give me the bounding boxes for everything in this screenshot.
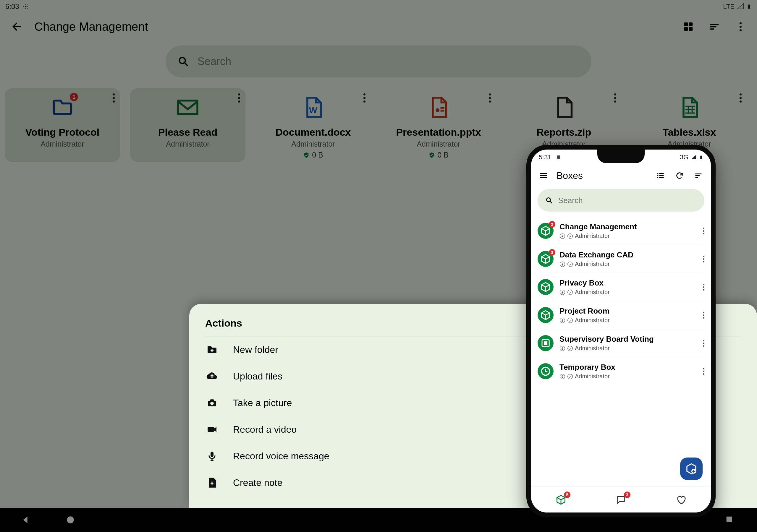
box-icon	[538, 307, 554, 323]
action-label: Take a picture	[233, 398, 292, 408]
lock-icon	[560, 317, 565, 323]
box-name: Temporary Box	[560, 363, 697, 372]
box-icon	[538, 279, 554, 295]
phone-search-bar[interactable]	[538, 189, 704, 212]
box-icon	[538, 363, 554, 379]
signal-icon	[691, 154, 697, 160]
phone-notch	[597, 150, 645, 163]
nav-boxes-badge: 5	[564, 491, 570, 498]
phone-time: 5:31	[539, 153, 552, 161]
box-row[interactable]: 2 Change Management Administrator	[538, 217, 704, 245]
box-subtitle: Administrator	[560, 317, 697, 324]
box-badge: 3	[549, 249, 555, 256]
box-subtitle: Administrator	[560, 373, 697, 380]
box-subtitle: Administrator	[560, 233, 697, 239]
menu-button[interactable]	[538, 170, 549, 182]
sort-button[interactable]	[692, 170, 704, 182]
phone-header: Boxes	[531, 165, 711, 186]
wrench-icon	[567, 233, 573, 239]
battery-icon	[699, 154, 703, 160]
box-list: 2 Change Management Administrator 3 Data…	[531, 217, 711, 385]
phone-title: Boxes	[557, 170, 583, 181]
phone-bottom-nav: 5 3	[531, 487, 711, 513]
phone-status-icon: ◾	[555, 153, 562, 161]
mic-icon	[205, 450, 219, 462]
box-row[interactable]: Temporary Box Administrator	[538, 357, 704, 385]
box-menu-button[interactable]	[703, 256, 704, 262]
box-name: Change Management	[560, 222, 697, 231]
box-add-icon	[685, 463, 697, 475]
box-name: Privacy Box	[560, 279, 697, 287]
action-label: Create note	[233, 477, 283, 488]
box-subtitle: Administrator	[560, 345, 697, 352]
phone-screen: 5:31 ◾ 3G Boxes 2 Change Management	[526, 145, 715, 517]
box-menu-button[interactable]	[703, 284, 704, 290]
lock-icon	[560, 233, 565, 239]
folder-plus-icon	[205, 344, 219, 356]
box-icon	[538, 335, 554, 351]
nav-chat-badge: 3	[624, 491, 630, 498]
nav-favorites[interactable]	[674, 493, 688, 507]
box-subtitle: Administrator	[560, 261, 697, 267]
wrench-icon	[567, 317, 573, 323]
phone-network-label: 3G	[680, 153, 688, 161]
box-name: Data Exchange CAD	[560, 250, 697, 259]
search-icon	[545, 196, 553, 204]
box-subtitle: Administrator	[560, 289, 697, 296]
lock-icon	[560, 261, 565, 267]
box-icon: 3	[538, 251, 554, 267]
box-row[interactable]: 3 Data Exchange CAD Administrator	[538, 245, 704, 273]
action-label: Record voice message	[233, 451, 329, 462]
box-icon: 2	[538, 223, 554, 239]
box-row[interactable]: Project Room Administrator	[538, 301, 704, 329]
wrench-icon	[567, 289, 573, 295]
nav-boxes[interactable]: 5	[554, 493, 568, 507]
box-menu-button[interactable]	[703, 312, 704, 319]
box-row[interactable]: Privacy Box Administrator	[538, 273, 704, 301]
action-label: New folder	[233, 344, 278, 355]
list-view-button[interactable]	[655, 170, 667, 182]
box-badge: 2	[549, 221, 555, 227]
box-name: Project Room	[560, 307, 697, 316]
lock-icon	[560, 289, 565, 295]
box-name: Supervisory Board Voting	[560, 335, 697, 344]
box-menu-button[interactable]	[703, 368, 704, 375]
box-menu-button[interactable]	[703, 227, 704, 234]
box-menu-button[interactable]	[703, 340, 704, 347]
refresh-button[interactable]	[674, 170, 685, 182]
phone-search-input[interactable]	[558, 196, 697, 205]
box-row[interactable]: Supervisory Board Voting Administrator	[538, 329, 704, 357]
note-plus-icon	[205, 477, 219, 488]
video-icon	[205, 424, 219, 435]
cloud-upload-icon	[205, 370, 219, 382]
lock-icon	[560, 373, 565, 379]
lock-icon	[560, 345, 565, 351]
wrench-icon	[567, 261, 573, 267]
wrench-icon	[567, 345, 573, 351]
nav-chat[interactable]: 3	[614, 493, 628, 507]
wrench-icon	[567, 373, 573, 379]
action-label: Record a video	[233, 424, 297, 435]
action-label: Upload files	[233, 371, 283, 382]
camera-icon	[205, 397, 219, 409]
phone-fab-button[interactable]	[680, 458, 703, 480]
